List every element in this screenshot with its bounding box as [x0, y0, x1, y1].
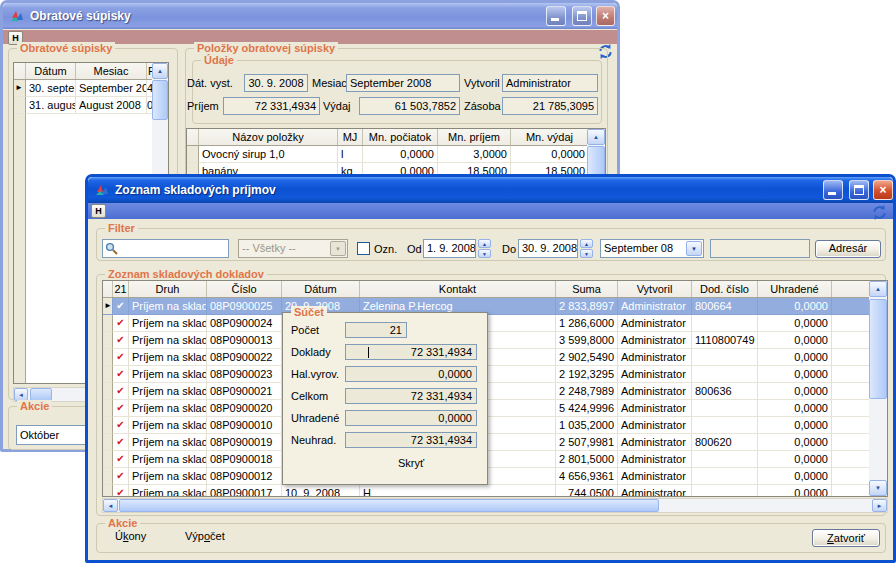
close-button[interactable]: × — [873, 180, 893, 200]
ozn-checkbox[interactable] — [357, 242, 370, 255]
minimize-button[interactable] — [546, 6, 566, 26]
pocet-field[interactable]: 21 — [345, 322, 407, 338]
od-label: Od — [407, 243, 422, 255]
type-dropdown[interactable]: -- Všetky -- ▼ — [238, 239, 348, 258]
titlebar[interactable]: Zoznam skladových príjmov × — [88, 177, 893, 203]
cell-uhradene: 0,0000 — [758, 485, 832, 497]
ukony-menu-button[interactable]: Úkony — [115, 530, 146, 542]
cell-vytvoril: Administrator — [618, 332, 692, 349]
neuhrad-field[interactable]: 72 331,4934 — [345, 432, 477, 448]
uhradene-field[interactable]: 0,0000 — [345, 410, 477, 426]
cell-uhradene: 0,0000 — [758, 451, 832, 468]
header-dod-cislo[interactable]: Dod. číslo — [692, 281, 758, 297]
scrollbar-thumb[interactable] — [152, 80, 168, 120]
window-title: Obratové súpisky — [30, 9, 131, 23]
scroll-down-icon[interactable]: ▼ — [869, 480, 887, 496]
vydaj-field[interactable]: 61 503,7852 — [359, 97, 460, 115]
chevron-down-icon[interactable]: ▼ — [330, 241, 346, 256]
table-row[interactable]: ► 30. septe September 2008 4 — [14, 80, 168, 97]
close-icon: × — [597, 8, 614, 24]
spin-down-icon[interactable]: ▼ — [580, 249, 593, 258]
close-button[interactable]: × — [596, 6, 615, 26]
checked-icon: ✔ — [113, 451, 129, 468]
do-date-field[interactable]: 30. 9. 2008 — [518, 239, 578, 258]
celkom-label: Celkom — [291, 390, 328, 402]
od-date-field[interactable]: 1. 9. 2008 — [423, 239, 476, 258]
table-row[interactable]: Ovocný sirup 1,0 l 0,0000 3,0000 0,0000 — [187, 146, 605, 163]
mesiac-label: Mesiac — [312, 77, 347, 89]
month-dropdown[interactable]: September 08 ▼ — [600, 239, 704, 258]
header-21[interactable]: 21 — [113, 281, 129, 297]
cell-cislo: 08P0900013 — [207, 332, 282, 349]
items-grid-header: Názov položky MJ Mn. počiatok Mn. príjem… — [187, 129, 605, 146]
scrollbar-thumb[interactable] — [869, 299, 887, 399]
header-uhradene[interactable]: Uhradené — [758, 281, 832, 297]
celkom-field[interactable]: 72 331,4934 — [345, 388, 477, 404]
spin-up-icon[interactable]: ▲ — [478, 239, 491, 248]
label-part: Výp — [185, 530, 204, 542]
cell-suma: 744,0500 — [556, 485, 618, 497]
cell-suma: 3 599,8000 — [556, 332, 618, 349]
do-date-spinner[interactable]: ▲ ▼ — [580, 239, 593, 258]
cell-suma: 2 801,5000 — [556, 451, 618, 468]
header-vydaj[interactable]: Mn. výdaj — [511, 129, 589, 145]
doklady-label: Doklady — [291, 346, 331, 358]
header-suma[interactable]: Suma — [556, 281, 618, 297]
header-vytvoril[interactable]: Vytvoril — [618, 281, 692, 297]
header-mj[interactable]: MJ — [338, 129, 363, 145]
header-nazov[interactable]: Názov položky — [199, 129, 338, 145]
doklady-field[interactable]: 72 331,4934 — [345, 344, 477, 360]
zasoba-field[interactable]: 21 785,3095 — [502, 97, 598, 115]
spin-down-icon[interactable]: ▼ — [478, 249, 491, 258]
header-prijem[interactable]: Mn. príjem — [438, 129, 511, 145]
vytvoril-field[interactable]: Administrator — [502, 74, 598, 92]
cell-extra — [832, 349, 871, 366]
table-row[interactable]: ✔ Príjem na sklad 08P0900017 10. 9. 2008… — [103, 485, 871, 497]
cell-suma: 2 192,3295 — [556, 366, 618, 383]
chevron-down-icon[interactable]: ▼ — [686, 241, 702, 256]
vertical-scrollbar[interactable]: ▲ ▼ — [869, 281, 887, 496]
search-input[interactable] — [102, 239, 229, 258]
cell-dod-cislo — [692, 417, 758, 434]
text-caret — [368, 347, 369, 358]
header-mesiac[interactable]: Mesiac — [76, 63, 147, 79]
mesiac-field[interactable]: September 2008 — [346, 74, 460, 92]
maximize-button[interactable] — [849, 180, 869, 200]
vypocet-menu-button[interactable]: Výpočet — [185, 530, 225, 542]
header-kontakt[interactable]: Kontakt — [360, 281, 556, 297]
cell-suma: 4 656,9361 — [556, 468, 618, 485]
cell-dod-cislo — [692, 366, 758, 383]
zatvorit-button[interactable]: Zatvoriť — [812, 529, 880, 547]
reference-field[interactable] — [710, 239, 810, 258]
header-druh[interactable]: Druh — [129, 281, 207, 297]
header-datum[interactable]: Dátum — [26, 63, 76, 79]
header-datum[interactable]: Dátum — [282, 281, 360, 297]
h-button[interactable]: H — [91, 204, 106, 218]
spin-up-icon[interactable]: ▲ — [580, 239, 593, 248]
titlebar[interactable]: Obratové súpisky × — [3, 3, 617, 29]
scroll-left-icon[interactable]: ◄ — [103, 499, 118, 512]
dat-vyst-field[interactable]: 30. 9. 2008 — [244, 74, 308, 92]
scroll-up-icon[interactable]: ▲ — [869, 281, 887, 297]
checked-icon: ✔ — [113, 383, 129, 400]
maximize-button[interactable] — [572, 6, 592, 26]
prijem-field[interactable]: 72 331,4934 — [223, 97, 320, 115]
header-cislo[interactable]: Číslo — [207, 281, 282, 297]
checked-icon: ✔ — [113, 417, 129, 434]
minimize-button[interactable] — [823, 180, 843, 200]
scroll-up-icon[interactable]: ▲ — [587, 129, 605, 145]
table-row[interactable]: 31. augus August 2008 0 — [14, 97, 168, 114]
halvyrov-field[interactable]: 0,0000 — [345, 366, 477, 382]
scroll-right-icon[interactable]: ► — [872, 499, 887, 512]
scrollbar-thumb[interactable] — [119, 499, 659, 512]
horizontal-scrollbar[interactable]: ◄ ► — [102, 498, 888, 513]
refresh-icon[interactable] — [872, 205, 887, 220]
hide-button[interactable]: Skryť — [345, 457, 477, 469]
group-legend: Údaje — [201, 54, 237, 67]
scroll-up-icon[interactable]: ▲ — [152, 63, 168, 79]
od-date-spinner[interactable]: ▲ ▼ — [478, 239, 491, 258]
header-pociatok[interactable]: Mn. počiatok — [363, 129, 438, 145]
adresar-button[interactable]: Adresár — [815, 240, 881, 258]
group-legend: Obratové súpisky — [17, 42, 115, 55]
cell-suma: 5 424,9996 — [556, 400, 618, 417]
